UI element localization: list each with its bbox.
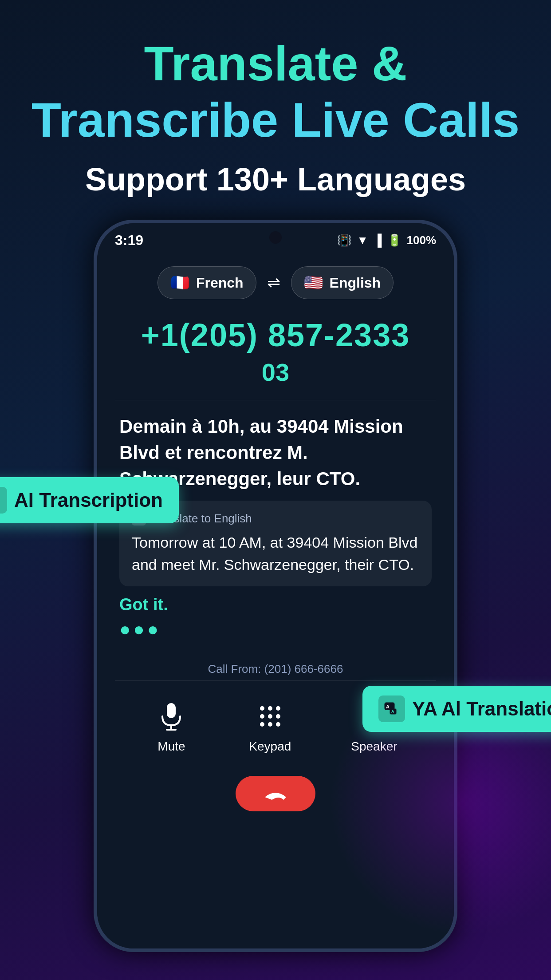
- caller-phone-number: +1(205) 857-2333: [97, 308, 454, 358]
- svg-text:A: A: [386, 704, 390, 709]
- camera-notch: [269, 231, 282, 244]
- hero-line1-highlight: Translate &: [144, 36, 407, 91]
- got-it-text: Got it.: [119, 595, 432, 614]
- battery-icon: 🔋: [387, 233, 401, 247]
- hero-line2: Transcribe Live Calls: [27, 92, 524, 148]
- svg-point-9: [268, 706, 272, 711]
- ai-transcription-badge: A A AI Transcription: [0, 477, 179, 523]
- svg-rect-5: [167, 703, 176, 718]
- caller-phone-partial: 03: [97, 358, 454, 395]
- svg-point-8: [260, 706, 264, 711]
- hero-subtitle: Support 130+ Languages: [0, 161, 551, 198]
- svg-point-11: [260, 714, 264, 719]
- translation-icon: A A: [378, 695, 405, 722]
- phone-frame: 3:19 📳 ▼ ▐ 🔋 100% 🇫🇷 French ⇌ 🇺🇸: [94, 220, 457, 952]
- swap-languages-icon[interactable]: ⇌: [267, 273, 280, 292]
- ai-translation-badge: A A YA Al Translation: [362, 686, 551, 732]
- svg-point-10: [276, 706, 280, 711]
- battery-percent: 100%: [407, 233, 437, 247]
- french-flag: 🇫🇷: [170, 273, 190, 292]
- english-translation-text: Tomorrow at 10 AM, at 39404 Mission Blvd…: [132, 532, 419, 576]
- from-language-label: French: [196, 275, 244, 291]
- typing-dots: ●●●: [119, 619, 432, 640]
- svg-point-14: [260, 722, 264, 727]
- to-language-label: English: [330, 275, 381, 291]
- divider-2: [115, 680, 436, 681]
- keypad-button[interactable]: Keypad: [249, 699, 291, 754]
- mute-label: Mute: [157, 739, 185, 754]
- mute-icon: [153, 699, 189, 734]
- hero-title: Translate & Transcribe Live Calls: [0, 0, 551, 157]
- end-call-area[interactable]: [97, 767, 454, 825]
- phone-wrapper: A A AI Transcription 3:19 📳 ▼ ▐ 🔋 100%: [0, 220, 551, 952]
- signal-icon: ▐: [374, 233, 382, 247]
- svg-point-13: [276, 714, 280, 719]
- english-flag: 🇺🇸: [304, 273, 323, 292]
- transcription-icon: A A: [0, 487, 7, 514]
- svg-text:A: A: [391, 709, 394, 714]
- svg-point-16: [276, 722, 280, 727]
- from-language-button[interactable]: 🇫🇷 French: [157, 266, 256, 299]
- transcription-area: Demain à 10h, au 39404 Mission Blvd et r…: [97, 405, 454, 653]
- status-icons: 📳 ▼ ▐ 🔋 100%: [337, 233, 436, 247]
- transcription-badge-text: AI Transcription: [14, 489, 163, 511]
- keypad-label: Keypad: [249, 739, 291, 754]
- end-call-button[interactable]: [236, 776, 315, 811]
- hero-section: Translate & Transcribe Live Calls Suppor…: [0, 0, 551, 198]
- vibrate-icon: 📳: [337, 233, 351, 247]
- call-from-label: Call From: (201) 666-6666: [97, 662, 454, 676]
- speaker-label: Speaker: [351, 739, 397, 754]
- language-selector[interactable]: 🇫🇷 French ⇌ 🇺🇸 English: [97, 257, 454, 308]
- phone-screen: 3:19 📳 ▼ ▐ 🔋 100% 🇫🇷 French ⇌ 🇺🇸: [97, 223, 454, 948]
- divider: [115, 400, 436, 400]
- status-time: 3:19: [115, 232, 143, 249]
- translation-badge-text: YA Al Translation: [412, 698, 551, 720]
- mute-button[interactable]: Mute: [153, 699, 189, 754]
- to-language-button[interactable]: 🇺🇸 English: [291, 266, 394, 299]
- svg-point-15: [268, 722, 272, 727]
- wifi-icon: ▼: [357, 233, 368, 247]
- svg-point-12: [268, 714, 272, 719]
- keypad-icon: [252, 699, 288, 734]
